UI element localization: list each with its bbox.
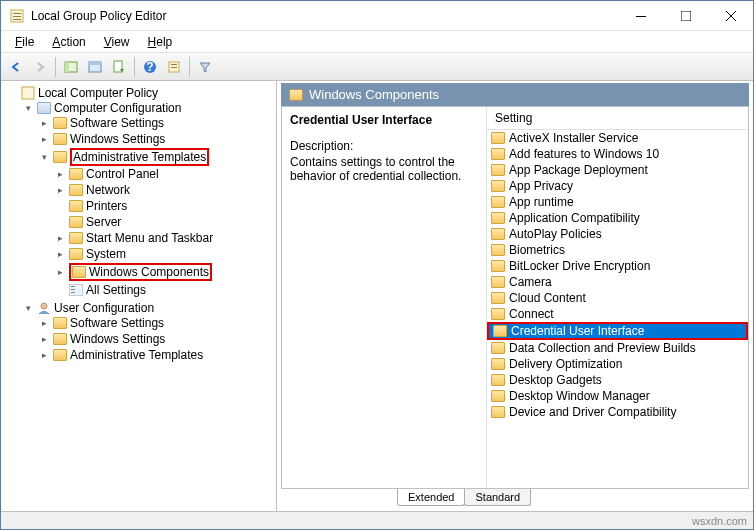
policy-button[interactable] bbox=[163, 56, 185, 78]
window-title: Local Group Policy Editor bbox=[31, 9, 618, 23]
minimize-button[interactable] bbox=[618, 1, 663, 30]
folder-icon bbox=[491, 244, 505, 256]
list-item[interactable]: Data Collection and Preview Builds bbox=[487, 340, 748, 356]
list-item-label: ActiveX Installer Service bbox=[509, 131, 638, 145]
tree-all-settings[interactable]: All Settings bbox=[55, 283, 276, 297]
list-item-label: BitLocker Drive Encryption bbox=[509, 259, 650, 273]
list-item[interactable]: Add features to Windows 10 bbox=[487, 146, 748, 162]
folder-icon bbox=[53, 317, 67, 329]
chevron-down-icon[interactable]: ▾ bbox=[23, 103, 34, 114]
tree-label: All Settings bbox=[86, 283, 146, 297]
chevron-right-icon[interactable]: ▸ bbox=[55, 249, 66, 260]
details-pane: Windows Components Credential User Inter… bbox=[277, 81, 753, 511]
tree-windows-components[interactable]: ▸Windows Components bbox=[55, 263, 276, 281]
tree-computer-config[interactable]: ▾ Computer Configuration bbox=[23, 101, 276, 115]
filter-button[interactable] bbox=[194, 56, 216, 78]
folder-icon bbox=[53, 117, 67, 129]
toolbar-separator bbox=[55, 57, 56, 77]
chevron-right-icon[interactable]: ▸ bbox=[39, 334, 50, 345]
list-item[interactable]: BitLocker Drive Encryption bbox=[487, 258, 748, 274]
forward-button[interactable] bbox=[29, 56, 51, 78]
show-hide-tree-button[interactable] bbox=[60, 56, 82, 78]
tree-network[interactable]: ▸Network bbox=[55, 183, 276, 197]
back-button[interactable] bbox=[5, 56, 27, 78]
description-label: Description: bbox=[290, 139, 478, 153]
description-text: Contains settings to control the behavio… bbox=[290, 155, 478, 183]
tree-user-admin[interactable]: ▸Administrative Templates bbox=[39, 348, 276, 362]
tree-label: Administrative Templates bbox=[70, 348, 203, 362]
tree-label: System bbox=[86, 247, 126, 261]
chevron-down-icon[interactable] bbox=[7, 88, 18, 99]
titlebar: Local Group Policy Editor bbox=[1, 1, 753, 31]
properties-button[interactable] bbox=[84, 56, 106, 78]
tree-server[interactable]: Server bbox=[55, 215, 276, 229]
list-item[interactable]: Desktop Window Manager bbox=[487, 388, 748, 404]
svg-rect-16 bbox=[171, 64, 177, 65]
menu-action[interactable]: Action bbox=[44, 33, 93, 51]
tab-extended[interactable]: Extended bbox=[397, 489, 465, 506]
list-item[interactable]: Camera bbox=[487, 274, 748, 290]
chevron-right-icon[interactable]: ▸ bbox=[55, 169, 66, 180]
chevron-right-icon[interactable]: ▸ bbox=[55, 185, 66, 196]
help-button[interactable]: ? bbox=[139, 56, 161, 78]
folder-icon bbox=[69, 200, 83, 212]
tree-software-settings[interactable]: ▸Software Settings bbox=[39, 116, 276, 130]
tab-standard[interactable]: Standard bbox=[464, 489, 531, 506]
chevron-down-icon[interactable]: ▾ bbox=[23, 303, 34, 314]
maximize-button[interactable] bbox=[663, 1, 708, 30]
list-item[interactable]: App runtime bbox=[487, 194, 748, 210]
menu-view[interactable]: View bbox=[96, 33, 138, 51]
folder-icon bbox=[491, 342, 505, 354]
list-item-label: Desktop Window Manager bbox=[509, 389, 650, 403]
folder-icon bbox=[491, 406, 505, 418]
list-item[interactable]: Desktop Gadgets bbox=[487, 372, 748, 388]
tree-system[interactable]: ▸System bbox=[55, 247, 276, 261]
close-button[interactable] bbox=[708, 1, 753, 30]
chevron-right-icon[interactable]: ▸ bbox=[39, 350, 50, 361]
tree-user-config[interactable]: ▾ User Configuration bbox=[23, 301, 276, 315]
chevron-right-icon[interactable]: ▸ bbox=[55, 267, 66, 278]
list-item-label: App runtime bbox=[509, 195, 574, 209]
user-icon bbox=[37, 301, 51, 315]
tree-windows-settings[interactable]: ▸Windows Settings bbox=[39, 132, 276, 146]
folder-icon bbox=[491, 212, 505, 224]
list-item[interactable]: ActiveX Installer Service bbox=[487, 130, 748, 146]
folder-icon bbox=[491, 358, 505, 370]
list-item[interactable]: App Privacy bbox=[487, 178, 748, 194]
tree-printers[interactable]: Printers bbox=[55, 199, 276, 213]
list-item[interactable]: Connect bbox=[487, 306, 748, 322]
tree-admin-templates[interactable]: ▾Administrative Templates bbox=[39, 148, 276, 166]
svg-rect-5 bbox=[681, 11, 691, 21]
folder-icon bbox=[491, 308, 505, 320]
column-header-setting[interactable]: Setting bbox=[487, 107, 748, 130]
details-header: Windows Components bbox=[281, 83, 749, 106]
tree-pane[interactable]: Local Computer Policy ▾ Computer Configu… bbox=[1, 81, 277, 511]
chevron-right-icon[interactable]: ▸ bbox=[39, 318, 50, 329]
folder-icon bbox=[69, 216, 83, 228]
list-item[interactable]: Device and Driver Compatibility bbox=[487, 404, 748, 420]
tree-root[interactable]: Local Computer Policy bbox=[7, 86, 276, 100]
list-item[interactable]: Cloud Content bbox=[487, 290, 748, 306]
list-item[interactable]: AutoPlay Policies bbox=[487, 226, 748, 242]
settings-list[interactable]: ActiveX Installer ServiceAdd features to… bbox=[487, 130, 748, 488]
tree-start-menu[interactable]: ▸Start Menu and Taskbar bbox=[55, 231, 276, 245]
svg-rect-20 bbox=[71, 286, 75, 287]
tree-control-panel[interactable]: ▸Control Panel bbox=[55, 167, 276, 181]
menu-help[interactable]: Help bbox=[140, 33, 181, 51]
export-list-button[interactable] bbox=[108, 56, 130, 78]
list-item[interactable]: App Package Deployment bbox=[487, 162, 748, 178]
details-title: Windows Components bbox=[309, 87, 439, 102]
chevron-down-icon[interactable]: ▾ bbox=[39, 152, 50, 163]
list-item[interactable]: Application Compatibility bbox=[487, 210, 748, 226]
list-item-label: App Privacy bbox=[509, 179, 573, 193]
tree-user-software[interactable]: ▸Software Settings bbox=[39, 316, 276, 330]
list-item[interactable]: Biometrics bbox=[487, 242, 748, 258]
list-item[interactable]: Delivery Optimization bbox=[487, 356, 748, 372]
chevron-right-icon[interactable]: ▸ bbox=[39, 134, 50, 145]
svg-rect-1 bbox=[13, 13, 21, 14]
tree-user-windows[interactable]: ▸Windows Settings bbox=[39, 332, 276, 346]
list-item[interactable]: Credential User Interface bbox=[487, 322, 748, 340]
chevron-right-icon[interactable]: ▸ bbox=[55, 233, 66, 244]
chevron-right-icon[interactable]: ▸ bbox=[39, 118, 50, 129]
menu-file[interactable]: File bbox=[7, 33, 42, 51]
